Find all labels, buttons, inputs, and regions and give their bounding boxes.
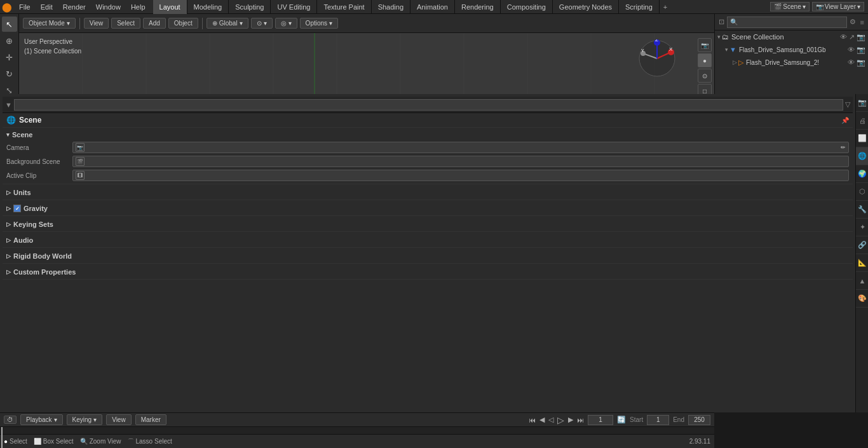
scene-prop-icon: 🌐 (6, 116, 16, 125)
outliner-search[interactable] (727, 17, 847, 28)
rotate-tool[interactable]: ↻ (2, 66, 17, 81)
active-clip-field[interactable]: 🎞 (72, 170, 849, 181)
viewport-shading-btn[interactable]: ● (698, 53, 712, 67)
workspace-shading[interactable]: Shading (372, 0, 410, 14)
prev-frame-btn[interactable]: ◀ (539, 416, 545, 424)
workspace-modeling[interactable]: Modeling (187, 0, 229, 14)
workspace-geometry-nodes[interactable]: Geometry Nodes (553, 0, 619, 14)
outliner-collection-row[interactable]: ▾ 🗂 Scene Collection 👁 ↗ 📷 (715, 31, 868, 43)
viewport-camera-btn[interactable]: 📷 (698, 38, 712, 52)
lasso-select-status: ⌒ Lasso Select (128, 437, 172, 446)
end-frame-input[interactable] (688, 415, 710, 425)
select-status: ● Select (4, 438, 27, 445)
add-menu[interactable]: Add (143, 18, 166, 29)
visibility-icon-2[interactable]: 👁 (848, 58, 855, 67)
select-restrict-icon[interactable]: ↗ (849, 33, 855, 41)
cursor-tool[interactable]: ⊕ (2, 33, 17, 48)
camera-field[interactable]: 📷 ✏ (72, 142, 849, 153)
object-menu[interactable]: Object (168, 18, 198, 29)
prop-tab-render[interactable]: 📷 (856, 94, 868, 112)
prop-tab-modifier[interactable]: 🔧 (856, 201, 868, 219)
loop-icon[interactable]: 🔄 (617, 416, 626, 424)
workspace-scripting[interactable]: Scripting (619, 0, 660, 14)
prop-tab-output[interactable]: 🖨 (856, 112, 868, 130)
transform-orientation[interactable]: ⊕ Global ▾ (207, 18, 248, 29)
view-layer-selector[interactable]: 📷 View Layer ▾ (812, 2, 864, 11)
expand-arrow-2: ▷ (733, 59, 737, 65)
workspace-sculpting[interactable]: Sculpting (229, 0, 271, 14)
view-menu-timeline[interactable]: View (106, 414, 132, 425)
visibility-icon[interactable]: 👁 (840, 33, 847, 41)
filter-settings-icon[interactable]: ▽ (845, 100, 850, 109)
gravity-checkbox[interactable]: ✓ (13, 205, 21, 212)
workspace-animation[interactable]: Animation (410, 0, 455, 14)
workspace-texture-paint[interactable]: Texture Paint (317, 0, 371, 14)
prop-tab-view-layer[interactable]: ⬜ (856, 130, 868, 147)
workspace-rendering[interactable]: Rendering (455, 0, 501, 14)
marker-menu[interactable]: Marker (135, 414, 166, 425)
viewport-overlay-btn[interactable]: ⊙ (698, 69, 712, 83)
jump-start-btn[interactable]: ⏮ (529, 416, 536, 424)
playback-menu[interactable]: Playback ▾ (20, 414, 63, 425)
audio-section: ▷ Audio (3, 233, 853, 248)
prop-tab-particles[interactable]: ✦ (856, 219, 868, 236)
sort-icon[interactable]: ≡ (860, 18, 864, 26)
visibility-icon-1[interactable]: 👁 (848, 46, 855, 54)
menu-render[interactable]: Render (58, 0, 91, 14)
prop-tab-constraints[interactable]: 📐 (856, 254, 868, 272)
camera-eyedropper[interactable]: ✏ (841, 144, 846, 151)
proportional-edit[interactable]: ◎ ▾ (275, 18, 297, 29)
audio-title[interactable]: ▷ Audio (3, 234, 853, 246)
workspace-uv-editing[interactable]: UV Editing (271, 0, 317, 14)
prop-tab-world[interactable]: 🌍 (856, 165, 868, 183)
outliner-item-2[interactable]: ▷ ▷ Flash_Drive_Samsung_2! 👁 📷 (715, 56, 868, 69)
camera-icon-1[interactable]: 📷 (857, 46, 865, 54)
workspace-compositing[interactable]: Compositing (501, 0, 553, 14)
gravity-title[interactable]: ▷ ✓ Gravity (3, 203, 853, 214)
keying-menu[interactable]: Keying ▾ (67, 414, 103, 425)
camera-icon-2[interactable]: 📷 (857, 58, 865, 67)
scene-selector[interactable]: 🎬 Scene ▾ (770, 2, 809, 11)
filter-icon[interactable]: ⚙ (850, 18, 856, 26)
add-workspace-button[interactable]: + (660, 3, 671, 11)
menu-window[interactable]: Window (91, 0, 126, 14)
menu-edit[interactable]: Edit (36, 0, 58, 14)
play-btn[interactable]: ▷ (557, 415, 564, 425)
menu-file[interactable]: File (14, 0, 36, 14)
svg-text:Z: Z (655, 39, 658, 43)
prop-tab-material[interactable]: 🎨 (856, 290, 868, 308)
custom-props-title[interactable]: ▷ Custom Properties (3, 266, 853, 278)
keying-sets-section: ▷ Keying Sets (3, 217, 853, 232)
scene-subsection-title[interactable]: ▾ Scene (3, 129, 853, 140)
object-mode-dropdown[interactable]: Object Mode ▾ (23, 18, 76, 29)
properties-search[interactable] (14, 99, 843, 111)
menu-help[interactable]: Help (126, 0, 151, 14)
snap-toggle[interactable]: ⊙ ▾ (251, 18, 273, 29)
units-title[interactable]: ▷ Units (3, 187, 853, 198)
options-btn[interactable]: Options ▾ (300, 18, 338, 29)
current-frame-input[interactable]: 1 (588, 415, 613, 425)
select-menu[interactable]: Select (111, 18, 140, 29)
play-reverse-btn[interactable]: ◁ (548, 416, 553, 424)
keying-sets-title[interactable]: ▷ Keying Sets (3, 219, 853, 230)
outliner-panel: ⊡ ⚙ ≡ ▾ 🗂 Scene Collection 👁 ↗ 📷 ▾ ▼ Fla… (714, 14, 868, 94)
prop-tab-object[interactable]: ⬡ (856, 183, 868, 201)
background-scene-field[interactable]: 🎬 (72, 156, 849, 167)
start-frame-input[interactable] (647, 415, 669, 425)
jump-end-btn[interactable]: ⏭ (577, 416, 584, 424)
pin-icon[interactable]: 📌 (841, 117, 849, 124)
blender-logo[interactable]: ⬤ (0, 0, 14, 14)
workspace-layout[interactable]: Layout (153, 0, 187, 14)
move-tool[interactable]: ✛ (2, 50, 17, 65)
outliner-item-1[interactable]: ▾ ▼ Flash_Drive_Samsung_001Gb 👁 📷 (715, 43, 868, 56)
view-menu[interactable]: View (84, 18, 109, 29)
prop-tab-physics[interactable]: 🔗 (856, 236, 868, 254)
render-restrict-icon[interactable]: 📷 (857, 33, 865, 41)
rigid-body-title[interactable]: ▷ Rigid Body World (3, 250, 853, 262)
prop-tab-scene[interactable]: 🌐 (856, 147, 868, 165)
select-tool[interactable]: ↖ (2, 17, 17, 32)
next-frame-btn[interactable]: ▶ (568, 416, 573, 424)
object-icon-2: ▷ (738, 58, 743, 67)
viewport-gizmo[interactable]: X Y Z (638, 39, 676, 78)
prop-tab-data[interactable]: ▲ (856, 272, 868, 290)
